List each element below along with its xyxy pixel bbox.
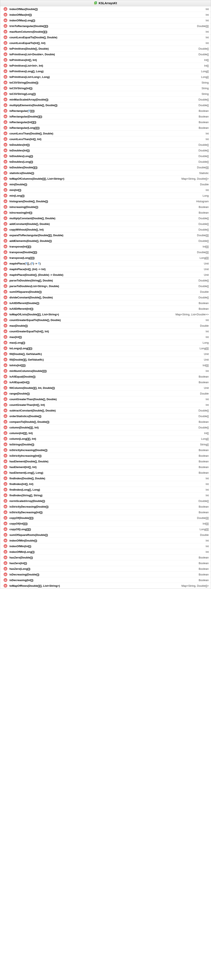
method-row[interactable]: mcopyOf(Long[][])Long[][]: [0, 527, 211, 532]
method-row[interactable]: misRectangular(Double[][])Boolean: [0, 114, 211, 119]
method-row[interactable]: misAllEqual(Double[])Boolean: [0, 374, 211, 379]
method-row[interactable]: mmaxNumColumns(Double[][])Int: [0, 29, 211, 35]
method-row[interactable]: mtoDoubles(Int[])Double[]: [0, 148, 211, 153]
method-row[interactable]: mtoMapOfLists(Double[][], List<String>)M…: [0, 312, 211, 317]
method-row[interactable]: mtoCSVString(Long[])String: [0, 91, 211, 97]
method-row[interactable]: maddConstant(Double[], Double)Double[]: [0, 221, 211, 227]
method-row[interactable]: misStrictlyDecreasing(Int[])Boolean: [0, 509, 211, 515]
method-row[interactable]: mhasZero(Double[])Boolean: [0, 555, 211, 560]
method-row[interactable]: misRectangular(Int[][])Boolean: [0, 119, 211, 125]
method-row[interactable]: misIncreasing(Double[])Boolean: [0, 204, 211, 210]
method-row[interactable]: morderStatistics(Double[])Double[]: [0, 414, 211, 419]
method-row[interactable]: mtoCSVString(Double[])String: [0, 80, 211, 86]
method-row[interactable]: mtoLongs(Long[][])Long[][]: [0, 345, 211, 351]
method-row[interactable]: msumOfSquareRoots(Double[])Double: [0, 532, 211, 538]
method-row[interactable]: misDecreasing(Int[])Boolean: [0, 578, 211, 583]
method-row[interactable]: mhasElement(Double[], Double)Boolean: [0, 458, 211, 464]
method-row[interactable]: misAllEqual(Int[])Boolean: [0, 379, 211, 385]
method-row[interactable]: mhistogram(Double[], Double[])Histogram: [0, 199, 211, 204]
method-row[interactable]: mfillColumn(Double[][], Int, Double[])Un…: [0, 385, 211, 391]
method-row[interactable]: mrange(Double[])Double: [0, 391, 211, 396]
method-row[interactable]: mtoDoubles(Long[])Double[]: [0, 153, 211, 159]
method-row[interactable]: mcopyOf(Double[][])Double[][]: [0, 515, 211, 521]
method-row[interactable]: mtranspose(Double[][])Double[][]: [0, 250, 211, 255]
method-row[interactable]: mmapInPlace(Double[], (Double) -> Double…: [0, 272, 211, 278]
method-row[interactable]: mindexOfMax(Int[])Int: [0, 12, 211, 18]
method-row[interactable]: mtoMapOfColumns(Double[][], List<String>…: [0, 176, 211, 181]
method-row[interactable]: mcountGreaterThan(Double[], Double)Int: [0, 396, 211, 402]
method-row[interactable]: mtoPrimitives(List<Int>, Int)Int[]: [0, 63, 211, 68]
method-row[interactable]: mmin(Double[])Double: [0, 181, 211, 187]
method-row[interactable]: mtrimToRectangular(Double[][])Double[][]: [0, 23, 211, 29]
method-row[interactable]: mhasElement(Long[], Long)Boolean: [0, 470, 211, 476]
method-row[interactable]: maddElements(Double[], Double[])Double[]: [0, 238, 211, 244]
method-row[interactable]: mtoMapOfRows(Double[][], List<String>)Ma…: [0, 583, 211, 589]
method-row[interactable]: mtoDoubles(Double[][])Double[][]: [0, 165, 211, 170]
method-row[interactable]: msubtractConstant(Double[], Double)Doubl…: [0, 408, 211, 414]
method-row[interactable]: misAllDifferent(Int[])Boolean: [0, 306, 211, 312]
method-row[interactable]: mcolumn(Int[][], Int)Int[]: [0, 430, 211, 436]
method-row[interactable]: mtoStrings(Double[])String[]: [0, 442, 211, 447]
method-row[interactable]: mmin(Int[])Int: [0, 187, 211, 193]
method-row[interactable]: mtranspose(Long[][])Long[][]: [0, 255, 211, 261]
method-row[interactable]: mhasZero(Long[])Boolean: [0, 566, 211, 572]
method-row[interactable]: misIncreasing(Int[])Boolean: [0, 210, 211, 215]
method-row[interactable]: mminMaxScaledArray(Double[])Double[]: [0, 97, 211, 102]
method-row[interactable]: misStrictlyIncreasing(Double[])Boolean: [0, 447, 211, 453]
method-row[interactable]: mcountLessThan(Double[], Double)Int: [0, 130, 211, 136]
method-row[interactable]: mnormScaledArray(Double[])Double[]: [0, 498, 211, 504]
method-row[interactable]: mcopyWithout(Double[], Int)Double[]: [0, 227, 211, 232]
method-row[interactable]: mtoDoubles(Long[])Double[]: [0, 159, 211, 165]
method-row[interactable]: mparseToDoubles(String[], Double)Double[…: [0, 278, 211, 283]
method-row[interactable]: mindexOfMax(Double[])Int: [0, 6, 211, 12]
method-row[interactable]: mtoCSVString(Int[])String: [0, 86, 211, 91]
method-row[interactable]: misAllDifferent(Double[])Boolean: [0, 300, 211, 306]
method-row[interactable]: mstatistics(Double[])Statistic: [0, 170, 211, 176]
method-row[interactable]: mfindIndex(Double[], Double)Int: [0, 476, 211, 481]
method-row[interactable]: mindexOfMax(Long[])Int: [0, 18, 211, 23]
method-row[interactable]: mcolumn(Double[][], Int)Double[]: [0, 425, 211, 430]
method-row[interactable]: mcountLessEqualTo(Double[], Double)Int: [0, 35, 211, 40]
method-row[interactable]: mcolumn(Long[][], Int)Long[]: [0, 436, 211, 442]
method-row[interactable]: misStrictlyDecreasing(Double[])Boolean: [0, 504, 211, 509]
method-row[interactable]: mtoPrimitives(Long[], Long)Long[]: [0, 68, 211, 74]
method-row[interactable]: mcopyOf(Int[][])Int[][]: [0, 521, 211, 527]
method-row[interactable]: mtoDoubles(Int[])Double[]: [0, 142, 211, 148]
method-row[interactable]: mmultiplyElements(Double[], Double[])Dou…: [0, 102, 211, 108]
method-row[interactable]: misRectangular(T[][])Boolean: [0, 108, 211, 114]
method-row[interactable]: msumOfSquares(Double[])Double: [0, 289, 211, 294]
method-row[interactable]: misRectangular(Long[][])Boolean: [0, 125, 211, 130]
method-row[interactable]: mmax(Double[])Double: [0, 323, 211, 329]
method-row[interactable]: mindexOfMin(Int[])Int: [0, 543, 211, 549]
method-row[interactable]: mhasZero(Int[])Boolean: [0, 560, 211, 566]
method-row[interactable]: mparseToDoubles(List<String>, Double)Dou…: [0, 283, 211, 289]
method-row[interactable]: mindexOfMin(Long[])Int: [0, 549, 211, 555]
method-row[interactable]: mcountGreaterEqualTo(Int[], Int)Int: [0, 329, 211, 334]
method-row[interactable]: mtranspose(Int[][])Int[][]: [0, 244, 211, 250]
method-row[interactable]: mmax(Long[])Long: [0, 340, 211, 345]
method-row[interactable]: mmax(Int[])Int: [0, 334, 211, 340]
method-row[interactable]: mhasElement(Int[], Int)Boolean: [0, 464, 211, 470]
method-row[interactable]: mminNumColumns(Double[][])Int: [0, 368, 211, 374]
method-row[interactable]: mtoPrimitives(Int[], Int)Int[]: [0, 57, 211, 63]
method-row[interactable]: mmapInPlace(Int[], (Int) -> Int)Unit: [0, 266, 211, 272]
method-row[interactable]: mfindIndex(Int[], Int)Int: [0, 481, 211, 487]
method-row[interactable]: mindexOfMin(Double[])Int: [0, 538, 211, 543]
method-row[interactable]: mmin(Long[])Long: [0, 193, 211, 199]
method-row[interactable]: mcountGreaterThan(Int[], Int)Int: [0, 402, 211, 408]
method-row[interactable]: mcountLessThan(Int[], Int)Int: [0, 136, 211, 142]
method-row[interactable]: mfindIndex(Long[], Long)Int: [0, 487, 211, 493]
method-row[interactable]: mfindIndex(String[], String)Int: [0, 493, 211, 498]
method-row[interactable]: mtoPrimitives(List<Double>, Double)Doubl…: [0, 51, 211, 57]
method-row[interactable]: mmultiplyConstant(Double[], Double)Doubl…: [0, 215, 211, 221]
method-row[interactable]: misDecreasing(Double[])Boolean: [0, 572, 211, 578]
method-row[interactable]: mcountGreaterEqualTo(Double[], Double)In…: [0, 317, 211, 323]
method-row[interactable]: mexpandToRectangular(Double[][], Double)…: [0, 232, 211, 238]
method-row[interactable]: mtoPrimitives(List<Long>, Long)Long[]: [0, 74, 211, 80]
method-row[interactable]: mtoInts(Int[][])Int[][]: [0, 363, 211, 368]
method-row[interactable]: mtoPrimitives(Double[], Double)Double[]: [0, 46, 211, 51]
method-row[interactable]: mdivideConstant(Double[], Double)Double[…: [0, 294, 211, 300]
method-row[interactable]: mfill(Double[][], GetValueIfc)Unit: [0, 357, 211, 363]
method-row[interactable]: mmapInPlace(T[], (T) -> T)Unit: [0, 261, 211, 266]
method-row[interactable]: mcompareTo(Double[], Double[])Boolean: [0, 419, 211, 425]
